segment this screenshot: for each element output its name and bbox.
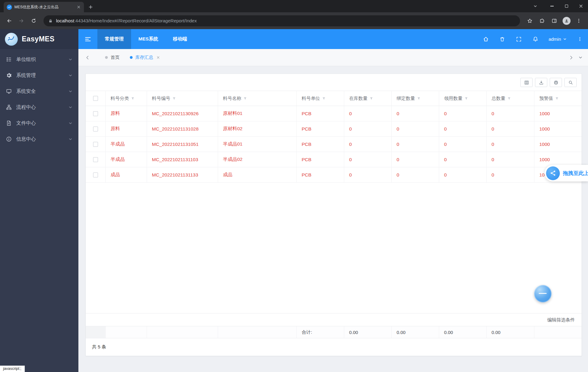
print-icon[interactable] [550, 78, 562, 87]
column-header-total-qty[interactable]: 总数量 [486, 91, 534, 106]
tabs-scroll-left-icon[interactable] [83, 49, 92, 66]
cell-total-qty: 0 [486, 121, 534, 136]
app-body: 单位组织 系统管理 系统安全 流程中心 文件中心 [0, 49, 588, 372]
sidebar-item-info-center[interactable]: 信息中心 [0, 131, 78, 147]
new-tab-button[interactable] [86, 3, 95, 11]
chevron-down-icon [69, 121, 72, 125]
browser-toolbar: localhost:44343/Home/Index#//ReportRecor… [0, 12, 588, 29]
cell-category: 半成品 [105, 137, 147, 152]
drag-upload-hint[interactable]: 拖拽至此上 [545, 165, 588, 181]
cell-bound-qty: 0 [391, 137, 439, 152]
page-tab-inventory-summary[interactable]: 库存汇总 [125, 49, 165, 66]
extensions-icon[interactable] [537, 15, 548, 26]
column-header-stock-qty[interactable]: 在库数量 [344, 91, 391, 106]
cell-used-qty: 0 [439, 167, 486, 182]
filter-icon[interactable] [507, 97, 511, 100]
nav-item-mes-system[interactable]: MES系统 [131, 29, 166, 49]
browser-menu-icon[interactable] [573, 15, 584, 26]
cell-bound-qty: 0 [391, 152, 439, 167]
column-header-part-number[interactable]: 料号编号 [147, 91, 218, 106]
window-maximize-button[interactable] [559, 0, 574, 12]
cell-part-name: 原材料02 [218, 121, 296, 136]
top-bar: 常规管理 MES系统 移动端 admin [78, 29, 588, 49]
row-checkbox[interactable] [93, 142, 98, 147]
search-icon[interactable] [564, 78, 577, 87]
fullscreen-icon[interactable] [511, 29, 527, 49]
row-checkbox[interactable] [93, 157, 98, 162]
tabs-scroll-right-icon[interactable] [567, 49, 576, 66]
page-tab-label: 库存汇总 [135, 55, 153, 60]
window-controls [530, 0, 588, 12]
tab-search-icon[interactable] [530, 0, 541, 12]
sidebar-item-system-security[interactable]: 系统安全 [0, 83, 78, 99]
user-menu[interactable]: admin [544, 29, 571, 49]
floating-assist-button[interactable] [534, 285, 552, 302]
sidebar-item-file-center[interactable]: 文件中心 [0, 115, 78, 131]
nav-item-general-management[interactable]: 常规管理 [97, 29, 131, 49]
address-bar[interactable]: localhost:44343/Home/Index#//ReportRecor… [43, 15, 520, 26]
tabs-menu-icon[interactable] [576, 49, 585, 66]
tab-close-icon[interactable] [76, 4, 81, 10]
filter-icon[interactable] [243, 97, 247, 100]
column-header-part-name[interactable]: 料号名称 [218, 91, 296, 106]
filter-icon[interactable] [322, 97, 326, 100]
home-icon[interactable] [477, 29, 494, 49]
column-label: 料号单位 [302, 96, 320, 101]
sidebar-item-system-management[interactable]: 系统管理 [0, 67, 78, 83]
profile-avatar[interactable] [561, 15, 572, 26]
row-checkbox[interactable] [93, 127, 98, 131]
filter-icon[interactable] [370, 97, 373, 100]
bookmark-star-icon[interactable] [524, 15, 535, 26]
nav-item-mobile[interactable]: 移动端 [166, 29, 195, 49]
row-checkbox[interactable] [93, 111, 98, 116]
side-panel-icon[interactable] [549, 15, 560, 26]
sidebar-item-process-center[interactable]: 流程中心 [0, 99, 78, 115]
column-header-bound-qty[interactable]: 绑定数量 [391, 91, 439, 106]
table-row[interactable]: 成品 MC_20221021131133 成品 PCB 0 0 0 0 1000 [86, 167, 582, 183]
sidebar-item-org[interactable]: 单位组织 [0, 51, 78, 67]
table-row[interactable]: 半成品 MC_20221021131051 半成品01 PCB 0 0 0 0 … [86, 137, 582, 152]
more-menu-icon[interactable] [571, 29, 588, 49]
columns-icon[interactable] [520, 78, 533, 87]
filter-icon[interactable] [417, 97, 420, 100]
row-checkbox[interactable] [93, 173, 98, 177]
tab-close-icon[interactable] [157, 56, 160, 59]
browser-tab[interactable]: MES信息系统-水之云出品 [4, 2, 84, 12]
clear-cache-icon[interactable] [494, 29, 511, 49]
app-header: EasyMES 常规管理 MES系统 移动端 [0, 29, 588, 49]
export-icon[interactable] [535, 78, 547, 87]
column-header-unit[interactable]: 料号单位 [296, 91, 344, 106]
inventory-report-card: 料号分类 料号编号 料号名称 料号单位 在库数量 绑定数量 领用数量 总数量 预… [85, 74, 582, 356]
column-header-warning-value[interactable]: 预警值 [534, 91, 582, 106]
top-nav: 常规管理 MES系统 移动端 [97, 29, 194, 49]
cell-total-qty: 0 [486, 152, 534, 167]
table-row[interactable]: 原料 MC_20221021130926 原材料01 PCB 0 0 0 0 1… [86, 106, 582, 121]
filter-icon[interactable] [131, 97, 134, 100]
back-icon[interactable] [4, 15, 15, 26]
cell-warning-value: 1000 [534, 137, 582, 152]
notifications-bell-icon[interactable] [527, 29, 544, 49]
info-icon [6, 136, 12, 142]
sidebar-collapse-icon[interactable] [78, 29, 97, 49]
column-header-used-qty[interactable]: 领用数量 [439, 91, 486, 106]
cell-unit: PCB [296, 137, 344, 152]
site-info-icon[interactable] [48, 19, 53, 23]
url-text: localhost:44343/Home/Index#//ReportRecor… [56, 18, 197, 23]
column-label: 预警值 [539, 96, 553, 101]
table-row[interactable]: 原料 MC_20221021131028 原材料02 PCB 0 0 0 0 1… [86, 121, 582, 137]
edit-filter-link[interactable]: 编辑筛选条件 [547, 317, 575, 323]
cell-stock-qty: 0 [344, 167, 391, 182]
filter-icon[interactable] [172, 97, 176, 100]
link-status-text: javascript:; [3, 366, 21, 371]
select-all-checkbox[interactable] [93, 96, 98, 101]
cell-used-qty: 0 [439, 137, 486, 152]
filter-icon[interactable] [465, 97, 468, 100]
column-header-category[interactable]: 料号分类 [105, 91, 147, 106]
table-row[interactable]: 半成品 MC_20221021131103 半成品02 PCB 0 0 0 0 … [86, 152, 582, 167]
forward-icon[interactable] [16, 15, 27, 26]
refresh-icon[interactable] [28, 15, 39, 26]
page-tab-home[interactable]: 首页 [100, 49, 125, 66]
window-close-button[interactable] [574, 0, 588, 12]
window-minimize-button[interactable] [545, 0, 559, 12]
filter-icon[interactable] [555, 97, 559, 100]
